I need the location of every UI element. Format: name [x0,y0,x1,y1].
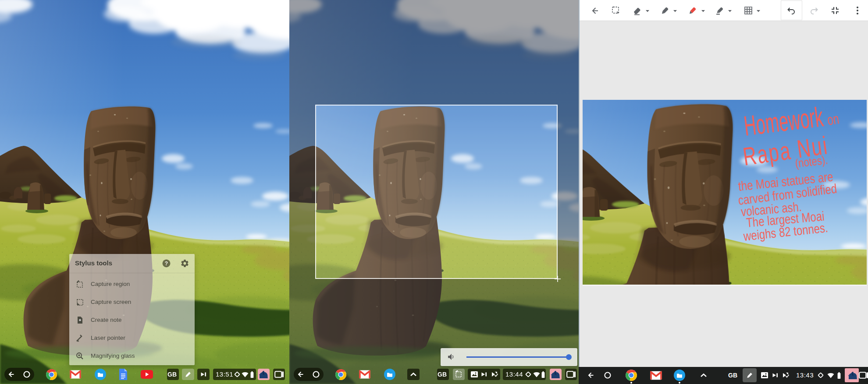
svg-text:?: ? [165,261,168,267]
svg-text:on: on [826,110,840,128]
